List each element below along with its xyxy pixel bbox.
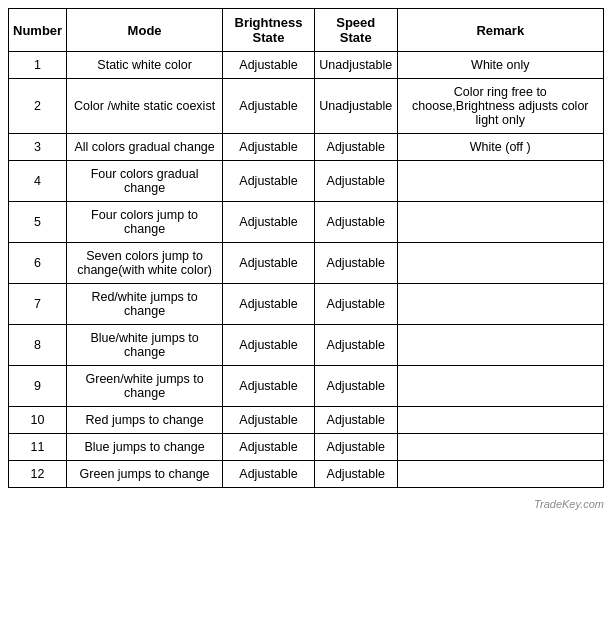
cell-number: 5 [9, 202, 67, 243]
cell-brightness: Adjustable [223, 202, 315, 243]
table-container: Number Mode Brightness State Speed State… [0, 0, 612, 496]
table-row: 6Seven colors jump to change(with white … [9, 243, 604, 284]
cell-number: 1 [9, 52, 67, 79]
header-number: Number [9, 9, 67, 52]
cell-number: 7 [9, 284, 67, 325]
cell-number: 4 [9, 161, 67, 202]
cell-mode: Color /white static coexist [67, 79, 223, 134]
table-row: 11Blue jumps to changeAdjustableAdjustab… [9, 434, 604, 461]
table-row: 1Static white colorAdjustableUnadjustabl… [9, 52, 604, 79]
cell-remark [397, 325, 603, 366]
cell-number: 12 [9, 461, 67, 488]
header-mode: Mode [67, 9, 223, 52]
cell-remark [397, 243, 603, 284]
cell-speed: Adjustable [314, 202, 397, 243]
cell-mode: Green/white jumps to change [67, 366, 223, 407]
cell-mode: Blue/white jumps to change [67, 325, 223, 366]
cell-remark: Color ring free to choose,Brightness adj… [397, 79, 603, 134]
cell-speed: Adjustable [314, 325, 397, 366]
cell-remark [397, 284, 603, 325]
cell-speed: Adjustable [314, 284, 397, 325]
table-row: 2Color /white static coexistAdjustableUn… [9, 79, 604, 134]
cell-mode: Red jumps to change [67, 407, 223, 434]
cell-speed: Adjustable [314, 407, 397, 434]
table-row: 8Blue/white jumps to changeAdjustableAdj… [9, 325, 604, 366]
cell-number: 9 [9, 366, 67, 407]
cell-speed: Adjustable [314, 366, 397, 407]
table-row: 12Green jumps to changeAdjustableAdjusta… [9, 461, 604, 488]
cell-brightness: Adjustable [223, 134, 315, 161]
table-row: 9Green/white jumps to changeAdjustableAd… [9, 366, 604, 407]
cell-mode: Blue jumps to change [67, 434, 223, 461]
cell-speed: Adjustable [314, 461, 397, 488]
cell-number: 11 [9, 434, 67, 461]
header-speed: Speed State [314, 9, 397, 52]
cell-remark [397, 366, 603, 407]
cell-speed: Adjustable [314, 434, 397, 461]
cell-mode: Seven colors jump to change(with white c… [67, 243, 223, 284]
cell-remark [397, 461, 603, 488]
cell-remark [397, 161, 603, 202]
table-row: 4Four colors gradual changeAdjustableAdj… [9, 161, 604, 202]
cell-brightness: Adjustable [223, 407, 315, 434]
cell-brightness: Adjustable [223, 52, 315, 79]
cell-number: 3 [9, 134, 67, 161]
cell-remark [397, 202, 603, 243]
cell-number: 2 [9, 79, 67, 134]
cell-brightness: Adjustable [223, 243, 315, 284]
table-row: 5Four colors jump to changeAdjustableAdj… [9, 202, 604, 243]
cell-number: 6 [9, 243, 67, 284]
cell-brightness: Adjustable [223, 161, 315, 202]
cell-speed: Adjustable [314, 134, 397, 161]
table-row: 7Red/white jumps to changeAdjustableAdju… [9, 284, 604, 325]
cell-remark: White only [397, 52, 603, 79]
cell-brightness: Adjustable [223, 284, 315, 325]
cell-mode: All colors gradual change [67, 134, 223, 161]
cell-number: 10 [9, 407, 67, 434]
cell-brightness: Adjustable [223, 434, 315, 461]
cell-remark [397, 407, 603, 434]
cell-speed: Adjustable [314, 243, 397, 284]
modes-table: Number Mode Brightness State Speed State… [8, 8, 604, 488]
cell-brightness: Adjustable [223, 325, 315, 366]
table-row: 10Red jumps to changeAdjustableAdjustabl… [9, 407, 604, 434]
watermark: TradeKey.com [0, 496, 612, 512]
cell-speed: Adjustable [314, 161, 397, 202]
cell-speed: Unadjustable [314, 52, 397, 79]
cell-brightness: Adjustable [223, 366, 315, 407]
cell-brightness: Adjustable [223, 461, 315, 488]
cell-mode: Red/white jumps to change [67, 284, 223, 325]
cell-brightness: Adjustable [223, 79, 315, 134]
cell-number: 8 [9, 325, 67, 366]
header-remark: Remark [397, 9, 603, 52]
header-brightness: Brightness State [223, 9, 315, 52]
cell-mode: Green jumps to change [67, 461, 223, 488]
cell-mode: Static white color [67, 52, 223, 79]
cell-speed: Unadjustable [314, 79, 397, 134]
table-row: 3All colors gradual changeAdjustableAdju… [9, 134, 604, 161]
cell-remark [397, 434, 603, 461]
cell-remark: White (off ) [397, 134, 603, 161]
table-header-row: Number Mode Brightness State Speed State… [9, 9, 604, 52]
cell-mode: Four colors gradual change [67, 161, 223, 202]
cell-mode: Four colors jump to change [67, 202, 223, 243]
